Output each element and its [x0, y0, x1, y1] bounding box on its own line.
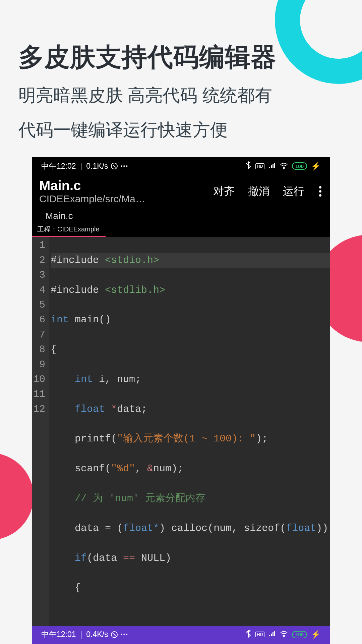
- tab-row: Main.c: [32, 207, 330, 223]
- app-bar: Main.c CIDEExample/src/Mai… 对齐 撤消 运行: [32, 175, 330, 207]
- bluetooth-icon: [245, 630, 251, 640]
- status-more-icon: ···: [120, 630, 129, 639]
- tab-mainc[interactable]: Main.c: [45, 211, 73, 223]
- status-sep: |: [78, 162, 84, 171]
- signal-icon: [268, 162, 276, 171]
- status-more-icon: ···: [120, 162, 129, 171]
- screenshot-light: 中午12:01 | 0.4K/s ··· HD 100: [32, 626, 330, 644]
- overflow-menu-icon[interactable]: [318, 185, 323, 198]
- project-label-text: 工程：: [37, 225, 57, 233]
- svg-point-3: [283, 636, 284, 637]
- undo-button[interactable]: 撤消: [248, 184, 269, 199]
- file-title: Main.c: [39, 178, 213, 193]
- status-bar: 中午12:02 | 0.1K/s ··· HD 100: [32, 157, 330, 175]
- charging-icon: ⚡: [311, 162, 321, 171]
- decor-circle-left: [0, 453, 34, 540]
- project-name: CIDEExample: [57, 225, 100, 233]
- heading-block: 多皮肤支持代码编辑器 明亮暗黑皮肤 高亮代码 统统都有 代码一键编译运行快速方便: [0, 0, 362, 144]
- line-gutter: 123456789101112: [32, 237, 49, 626]
- hd-icon: HD: [255, 632, 264, 637]
- code-area[interactable]: #include <stdio.h> #include <stdlib.h> i…: [49, 237, 330, 626]
- project-label[interactable]: 工程：CIDEExample: [32, 223, 106, 237]
- wifi-icon: [280, 630, 288, 639]
- battery-icon: 100: [292, 162, 307, 170]
- hd-icon: HD: [255, 163, 264, 169]
- status-sep: |: [78, 630, 84, 639]
- bluetooth-icon: [245, 161, 251, 171]
- code-editor[interactable]: 123456789101112 #include <stdio.h> #incl…: [32, 237, 330, 626]
- wifi-icon: [280, 162, 288, 171]
- no-rotate-icon: [110, 631, 118, 639]
- svg-point-1: [283, 167, 284, 168]
- status-netspeed: 0.1K/s: [86, 162, 108, 171]
- status-time: 中午12:02: [41, 161, 76, 171]
- status-netspeed: 0.4K/s: [86, 630, 108, 639]
- charging-icon: ⚡: [311, 630, 321, 639]
- run-button[interactable]: 运行: [283, 184, 304, 199]
- align-button[interactable]: 对齐: [213, 184, 235, 199]
- no-rotate-icon: [110, 162, 118, 170]
- page-subtitle-2: 代码一键编译运行快速方便: [18, 116, 344, 144]
- screenshot-dark: 中午12:02 | 0.1K/s ··· HD 100: [32, 157, 330, 626]
- status-bar: 中午12:01 | 0.4K/s ··· HD 100: [32, 626, 330, 643]
- page-title: 多皮肤支持代码编辑器: [18, 40, 344, 75]
- file-path: CIDEExample/src/Mai…: [39, 193, 146, 205]
- battery-icon: 100: [292, 631, 307, 638]
- signal-icon: [268, 630, 276, 639]
- status-time: 中午12:01: [41, 629, 76, 640]
- page-subtitle-1: 明亮暗黑皮肤 高亮代码 统统都有: [18, 82, 344, 109]
